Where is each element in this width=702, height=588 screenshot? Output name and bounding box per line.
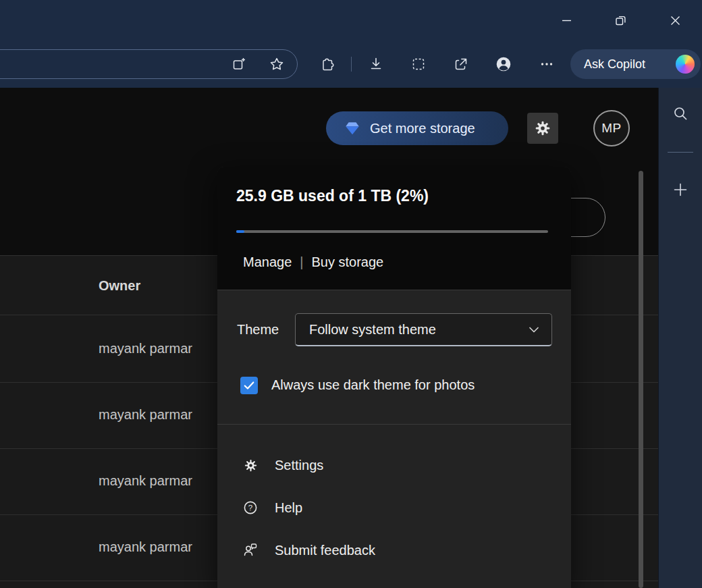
collections-add-icon [232, 57, 246, 72]
column-header-owner[interactable]: Owner [99, 278, 140, 294]
sidebar-search-button[interactable] [668, 101, 693, 126]
edge-sidebar [658, 88, 702, 588]
link-separator: | [300, 255, 303, 270]
close-button[interactable] [659, 5, 691, 36]
account-avatar[interactable]: MP [593, 110, 630, 146]
star-icon [269, 56, 285, 72]
owner-cell[interactable]: mayank parmar [99, 407, 192, 423]
help-icon: ? [242, 500, 259, 516]
manage-link[interactable]: Manage [243, 255, 292, 270]
storage-section: 25.9 GB used of 1 TB (2%) Manage | Buy s… [217, 167, 571, 290]
ellipsis-icon [539, 56, 555, 72]
extensions-button[interactable] [313, 49, 342, 79]
minimize-icon [560, 14, 574, 28]
get-more-storage-button[interactable]: Get more storage [326, 111, 508, 145]
theme-label: Theme [237, 322, 279, 338]
minimize-button[interactable] [550, 5, 583, 36]
ask-copilot-label: Ask Copilot [584, 57, 645, 72]
gear-icon [534, 119, 551, 137]
flyout-divider [217, 424, 571, 425]
browser-toolbar: Ask Copilot [0, 41, 702, 88]
storage-usage-title: 25.9 GB used of 1 TB (2%) [236, 187, 429, 205]
dark-theme-photos-checkbox[interactable] [240, 377, 258, 394]
browser-profile-button[interactable] [489, 49, 518, 79]
menu-item-settings[interactable]: Settings [217, 452, 571, 479]
checkmark-icon [242, 379, 256, 392]
theme-dropdown-value: Follow system theme [309, 322, 526, 338]
sidebar-divider [668, 152, 693, 153]
onedrive-page: Owner mayank parmar mayank parmar mayank… [0, 88, 658, 588]
menu-item-help[interactable]: ? Help [217, 494, 571, 521]
window-titlebar [0, 0, 702, 41]
feedback-icon [242, 542, 259, 558]
storage-progress-fill [236, 230, 244, 233]
menu-item-label: Submit feedback [275, 543, 375, 558]
web-capture-icon [410, 56, 427, 72]
menu-item-submit-feedback[interactable]: Submit feedback [217, 537, 571, 564]
menu-item-label: Settings [275, 458, 323, 473]
ask-copilot-button[interactable]: Ask Copilot [570, 49, 701, 79]
favorite-star-button[interactable] [262, 49, 292, 79]
downloads-button[interactable] [361, 49, 391, 79]
account-initials: MP [601, 121, 622, 136]
browser-menu-button[interactable] [532, 49, 562, 79]
search-icon [672, 105, 689, 122]
storage-links: Manage | Buy storage [243, 255, 383, 270]
sidebar-add-button[interactable] [668, 178, 693, 202]
restore-button[interactable] [604, 5, 637, 36]
diamond-premium-icon [344, 119, 361, 137]
settings-gear-icon [242, 457, 259, 473]
get-more-storage-label: Get more storage [370, 121, 475, 136]
share-icon [453, 56, 469, 72]
menu-item-label: Help [275, 500, 302, 516]
restore-icon [614, 14, 628, 28]
screen: Ask Copilot Owner mayank parmar mayank p… [0, 0, 702, 588]
owner-cell[interactable]: mayank parmar [99, 539, 192, 555]
download-icon [368, 56, 384, 72]
extensions-puzzle-icon [319, 56, 335, 72]
dark-theme-photos-label: Always use dark theme for photos [271, 377, 475, 393]
page-scrollbar-thumb[interactable] [639, 171, 643, 588]
svg-text:?: ? [248, 504, 252, 512]
settings-gear-button[interactable] [527, 113, 558, 144]
theme-dropdown[interactable]: Follow system theme [295, 313, 552, 346]
plus-icon [672, 182, 688, 198]
web-capture-button[interactable] [404, 49, 433, 79]
owner-cell[interactable]: mayank parmar [99, 341, 192, 356]
copilot-logo-icon [676, 55, 695, 74]
settings-flyout: 25.9 GB used of 1 TB (2%) Manage | Buy s… [217, 167, 571, 588]
buy-storage-link[interactable]: Buy storage [311, 255, 383, 270]
owner-cell[interactable]: mayank parmar [99, 473, 192, 489]
toolbar-divider [351, 57, 352, 72]
close-icon [668, 14, 682, 28]
share-button[interactable] [446, 49, 476, 79]
add-to-collections-button[interactable] [224, 49, 254, 79]
storage-progress-track [236, 230, 548, 233]
profile-avatar-icon [495, 55, 512, 73]
chevron-down-icon [526, 321, 542, 338]
